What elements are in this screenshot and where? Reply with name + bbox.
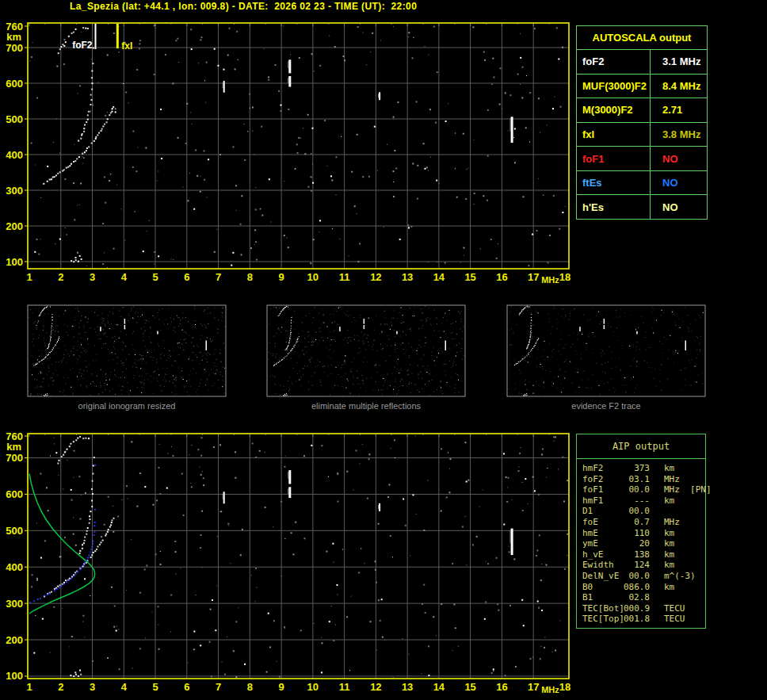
aip-row-TEC[Bot]: TEC[Bot]000.9TECU bbox=[582, 603, 705, 614]
aip-param-value: 20 bbox=[624, 538, 650, 549]
y-tick-label: 100 bbox=[6, 256, 23, 268]
x-tick-label: 12 bbox=[370, 271, 381, 283]
y-tick-label: 300 bbox=[6, 185, 23, 197]
rfi-streaks bbox=[223, 59, 513, 143]
grid-lines bbox=[29, 24, 568, 268]
aip-param-label: hmF2 bbox=[582, 463, 624, 474]
x-tick-label: 16 bbox=[496, 681, 507, 693]
aip-param-value: 138 bbox=[624, 549, 650, 560]
aip-param-unit: m^(-3) bbox=[664, 571, 696, 582]
thumbnail-caption-evidence: evidence F2 trace bbox=[507, 401, 705, 411]
autoscala-param-value: NO bbox=[651, 147, 707, 170]
aip-param-label: B1 bbox=[582, 592, 624, 603]
x-tick-label: 5 bbox=[152, 271, 158, 283]
autoscala-table-rows: foF23.1 MHzMUF(3000)F28.4 MHzM(3000)F22.… bbox=[577, 50, 707, 219]
aip-param-unit: km bbox=[664, 549, 674, 560]
x-tick-label: 6 bbox=[184, 681, 189, 693]
aip-row-Ewidth: Ewidth124km bbox=[582, 560, 705, 571]
f2-echo-trace bbox=[43, 27, 114, 262]
x-tick-label: 15 bbox=[464, 271, 475, 283]
x-tick-label: 9 bbox=[278, 681, 284, 693]
rfi-streaks bbox=[223, 470, 513, 555]
x-tick-label: 13 bbox=[402, 271, 413, 283]
y-tick-label: 400 bbox=[6, 149, 23, 161]
aip-param-label: foF2 bbox=[582, 474, 624, 485]
aip-row-ymE: ymE20km bbox=[582, 538, 705, 549]
autoscala-row-MUF(3000)F2: MUF(3000)F28.4 MHz bbox=[577, 75, 707, 99]
aip-param-value: 110 bbox=[624, 528, 650, 539]
autoscala-param-value: 8.4 MHz bbox=[651, 75, 707, 98]
aip-param-unit: MHz [PN] bbox=[664, 484, 712, 495]
aip-param-label: ymE bbox=[582, 538, 624, 549]
aip-param-unit: TECU bbox=[664, 603, 685, 614]
aip-param-label: hmE bbox=[582, 528, 624, 539]
autoscala-param-value: 3.8 MHz bbox=[651, 123, 707, 147]
autoscala-row-fxI: fxI3.8 MHz bbox=[577, 123, 707, 147]
x-tick-label: 15 bbox=[464, 681, 475, 693]
x-tick-label: 1 bbox=[26, 681, 32, 693]
aip-param-unit: km bbox=[664, 495, 674, 507]
axis-labels: 760700600500400300200100km12345678910111… bbox=[6, 21, 570, 285]
aip-param-value: 00.0 bbox=[624, 484, 650, 495]
autoscala-param-value: 3.1 MHz bbox=[651, 50, 707, 74]
thumbnail-eliminate-reflections bbox=[267, 305, 465, 396]
aip-param-label: B0 bbox=[582, 582, 624, 593]
grid-lines bbox=[29, 434, 568, 678]
aip-param-label: D1 bbox=[582, 506, 624, 517]
x-tick-label: 10 bbox=[307, 681, 319, 693]
x-tick-label: 2 bbox=[58, 271, 63, 283]
y-tick-label: 500 bbox=[6, 113, 23, 125]
x-tick-label: 3 bbox=[90, 271, 95, 283]
aip-param-value: 0.7 bbox=[624, 517, 650, 528]
aip-row-B1: B102.8 bbox=[582, 592, 705, 603]
autoscala-output-table: AUTOSCALA output foF23.1 MHzMUF(3000)F28… bbox=[576, 25, 708, 220]
aip-param-label: DelN_vE bbox=[582, 571, 624, 582]
aip-param-value: --- bbox=[624, 495, 650, 507]
aip-param-label: hmF1 bbox=[582, 495, 624, 507]
aip-param-unit: km bbox=[664, 560, 674, 571]
aip-param-unit: TECU bbox=[664, 614, 685, 625]
x-axis-unit-label: MHz bbox=[541, 275, 559, 285]
y-tick-label: 600 bbox=[6, 78, 23, 90]
autoscala-row-foF2: foF23.1 MHz bbox=[577, 50, 707, 75]
fxI-marker-label: fxI bbox=[121, 40, 132, 52]
f2-echo-trace bbox=[44, 436, 115, 677]
aip-param-unit: MHz bbox=[664, 474, 680, 485]
aip-param-value: 124 bbox=[624, 560, 650, 571]
autoscala-param-label: MUF(3000)F2 bbox=[577, 75, 651, 98]
x-tick-label: 17 bbox=[528, 681, 539, 693]
autoscala-param-label: M(3000)F2 bbox=[577, 98, 651, 122]
main-ionogram-plot: 760700600500400300200100km12345678910111… bbox=[6, 21, 570, 285]
aip-param-value: 02.8 bbox=[624, 592, 650, 603]
x-tick-label: 10 bbox=[307, 271, 319, 283]
x-tick-label: 17 bbox=[528, 271, 539, 283]
aip-row-hmF2: hmF2373km bbox=[582, 463, 705, 474]
x-tick-label: 14 bbox=[433, 681, 445, 693]
x-tick-label: 9 bbox=[278, 271, 284, 283]
autoscala-row-foF1: foF1NO bbox=[577, 147, 707, 171]
aip-param-value: 03.1 bbox=[624, 474, 650, 485]
thumbnail-original-ionogram bbox=[28, 305, 226, 396]
y-axis-unit-label: km bbox=[6, 31, 21, 43]
y-tick-label: 700 bbox=[6, 452, 23, 464]
aip-param-label: TEC[Top] bbox=[582, 614, 624, 625]
autoscala-param-value: NO bbox=[651, 171, 707, 195]
x-tick-label: 12 bbox=[370, 681, 381, 693]
thumbnail-evidence-f2-trace bbox=[507, 305, 705, 396]
autoscala-row-h'Es: h'EsNO bbox=[577, 195, 707, 219]
noise-echoes bbox=[31, 435, 568, 678]
autoscala-param-label: fxI bbox=[577, 123, 651, 147]
autoscala-param-label: foF2 bbox=[577, 50, 651, 74]
autoscala-param-label: ftEs bbox=[577, 171, 651, 195]
autoscala-param-label: foF1 bbox=[577, 147, 651, 170]
x-tick-label: 11 bbox=[339, 681, 350, 693]
x-tick-label: 13 bbox=[402, 681, 413, 693]
autoscala-param-label: h'Es bbox=[577, 195, 651, 219]
x-tick-label: 1 bbox=[26, 271, 32, 283]
aip-table-rows: hmF2373kmfoF203.1MHzfoF100.0MHz [PN]hmF1… bbox=[577, 459, 705, 625]
aip-param-value: 373 bbox=[624, 463, 650, 474]
aip-param-unit: km bbox=[664, 538, 674, 549]
autoscala-table-header: AUTOSCALA output bbox=[577, 26, 707, 50]
x-tick-label: 6 bbox=[184, 271, 189, 283]
y-tick-label: 300 bbox=[6, 598, 23, 610]
